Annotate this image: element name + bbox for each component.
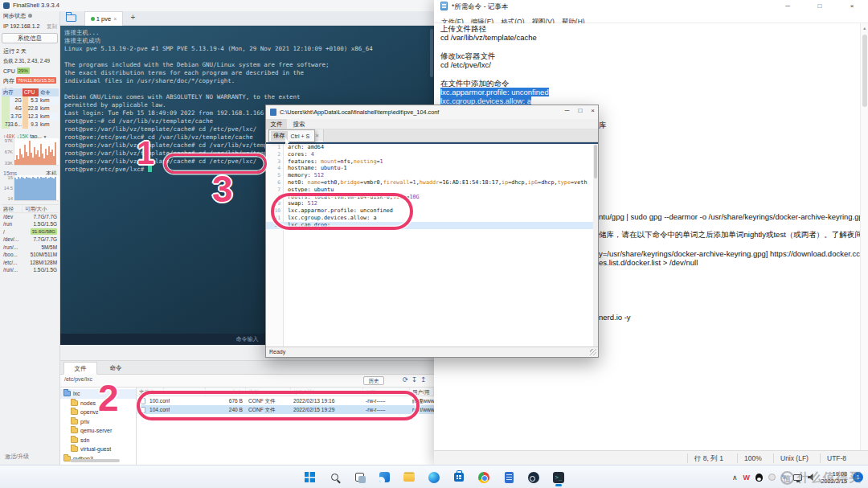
w-app-icon[interactable]: W [743,474,750,482]
qq-icon[interactable] [755,474,763,482]
taskbar-app-notes[interactable] [500,468,518,487]
tree-item-nodes[interactable]: nodes [60,399,136,408]
scrollbar-thumb[interactable] [862,35,867,107]
editor-scrollbar[interactable] [593,144,598,347]
minimize-button[interactable]: ─ [772,0,804,13]
folder-icon [71,400,78,406]
current-path[interactable]: /etc/pve/lxc [64,376,92,382]
file-col-1[interactable]: 大小 [206,388,246,396]
disk-row[interactable]: /run/...1.5G/1.5G [2,266,59,274]
file-table-header[interactable]: 文件名 ▲大小类型修改时间权限用户/用户组 [137,388,434,396]
monitor-icon[interactable] [793,474,802,481]
editor-tabstrip: × [266,129,598,142]
menu-file[interactable]: 文件 [266,119,287,129]
close-button[interactable]: × [836,0,868,13]
save-menu-item[interactable]: 保存 [271,131,288,141]
scroll-up-icon[interactable]: ▲ [862,26,866,31]
process-row[interactable]: 4G22.8kvm [2,105,59,113]
taskbar-app-widgets[interactable] [375,468,393,487]
swan-app-icon[interactable] [768,474,776,481]
start-icon [305,472,315,482]
chart-tick: 97K [2,138,13,143]
notepad-titlebar[interactable]: *所需命令 - 记事本 ─ □ × [434,0,868,13]
activate-upgrade-link[interactable]: 激活/升级 [5,453,29,461]
taskbar-app-explorer[interactable] [400,468,418,487]
maximize-button[interactable]: □ [804,0,836,13]
editor-tab-close-icon[interactable]: × [316,132,319,139]
toolbar-icon[interactable]: ↧ [411,375,420,383]
file-row-104.conf[interactable]: 104.conf240 BCONF 文件2022/02/15 19:29-rw-… [137,405,434,414]
directory-tree[interactable]: lxcnodesopenvzprivqemu-serversdnvirtual-… [60,388,137,465]
resize-grip[interactable] [590,349,596,355]
editor-window: C:\Users\kht\AppData\Local\finalshell\te… [265,105,599,358]
close-tab-icon[interactable]: × [113,16,117,22]
taskbar-app-search[interactable] [326,468,343,487]
terminal-cursor [148,166,152,172]
tree-item-lxc[interactable]: lxc [60,389,136,399]
copy-ip-button[interactable]: 复制 [47,22,57,31]
taskbar-app-start[interactable] [301,468,318,487]
speaker-icon[interactable] [808,474,816,481]
system-info-button[interactable]: 系统信息 [2,33,58,43]
session-tab-pve[interactable]: 1 pve× [84,11,123,26]
notepad-text-fragment: 库 [599,121,607,131]
editor-close-button[interactable]: × [591,107,595,114]
taskbar-app-steam[interactable] [525,468,542,487]
toolbar-icon[interactable]: ↥ [420,375,429,383]
file-toolbar-icons[interactable]: ⟳↧↥ [403,375,429,383]
file-col-3[interactable]: 修改时间 [291,388,363,396]
history-button[interactable]: 历史 [363,376,384,385]
tree-hscrollbar[interactable] [70,459,120,462]
terminal-scrollbar[interactable] [430,29,433,77]
taskbar-app-store[interactable] [450,468,468,487]
editor-titlebar[interactable]: C:\Users\kht\AppData\Local\finalshell\te… [266,105,598,119]
tab-commands[interactable]: 命令 [99,362,133,375]
finalshell-titlebar[interactable]: FinalShell 3.9.3.4 [0,0,434,11]
network-chart: 97K67K33K [2,138,59,166]
file-row-100.conf[interactable]: 100.conf676 BCONF 文件2022/02/13 19:16-rw-… [137,396,434,405]
tab-files[interactable]: 文件 [63,362,97,375]
file-col-4[interactable]: 权限 [363,388,410,396]
taskbar-app-edge[interactable] [425,468,443,487]
disk-row[interactable]: /etc/...128M/128M [2,259,59,267]
tree-item-virtual-guest[interactable]: virtual-guest [60,445,136,454]
taskbar-app-finalshell[interactable]: >_ [550,468,567,487]
disk-row[interactable]: /dev7.7G/7.7G [2,213,59,221]
taskbar-clock[interactable]: 19:08 2022/2/15 [821,470,847,485]
new-tab-button[interactable]: + [128,13,138,23]
notification-badge[interactable]: 1 [853,472,863,482]
menu-search[interactable]: 搜索 [289,119,309,129]
process-col-2[interactable]: 命令 [39,88,59,96]
process-row[interactable]: 3.7G12.3kvm [2,113,59,121]
open-folder-icon[interactable] [66,14,76,22]
notepad-scrollbar[interactable]: ▲ [860,23,868,450]
cpu-usage: CPU 29% [3,67,57,76]
process-row[interactable]: 733.6...9.3kvm [2,121,59,129]
editor-text-area[interactable]: 1arch: amd642cores: 43features: mount=nf… [266,144,598,347]
editor-minimize-button[interactable]: ─ [565,107,570,114]
process-col-0[interactable]: 内存 [2,88,23,96]
tree-item-openvz[interactable]: openvz [60,408,136,417]
tree-item-sdn[interactable]: sdn [60,436,136,445]
notepad-line: lxc.apparmor.profile: unconfined [440,88,858,96]
taskbar-app-chrome[interactable] [475,468,493,487]
pen-app-icon[interactable]: ✎ [781,474,788,482]
taskbar-app-taskview[interactable] [350,468,368,487]
process-row[interactable]: 2G5.3kvm [2,96,59,105]
file-col-2[interactable]: 类型 [246,388,291,396]
disk-row[interactable]: /31.6G/58G [2,228,59,236]
chevron-up-icon[interactable]: ∧ [732,474,738,482]
disk-row[interactable]: /run/...5M/5M [2,244,59,252]
disk-row[interactable]: /boo...510M/511M [2,251,59,259]
disk-row[interactable]: /dev/...7.7G/7.7G [2,236,59,244]
process-col-1[interactable]: CPU [23,88,39,96]
tree-item-priv[interactable]: priv [60,417,136,427]
disk-row[interactable]: /run1.5G/1.5G [2,220,59,228]
file-col-5[interactable]: 用户/用户组 [410,388,434,396]
load-label: 负载 2.31, 2.43, 2.49 [3,56,57,65]
tree-item-qemu-server[interactable]: qemu-server [60,426,136,436]
status-segment: Unix (LF) [773,453,820,463]
toolbar-icon[interactable]: ⟳ [403,375,411,383]
file-col-0[interactable]: 文件名 ▲ [137,388,206,396]
editor-maximize-button[interactable]: □ [578,107,582,114]
